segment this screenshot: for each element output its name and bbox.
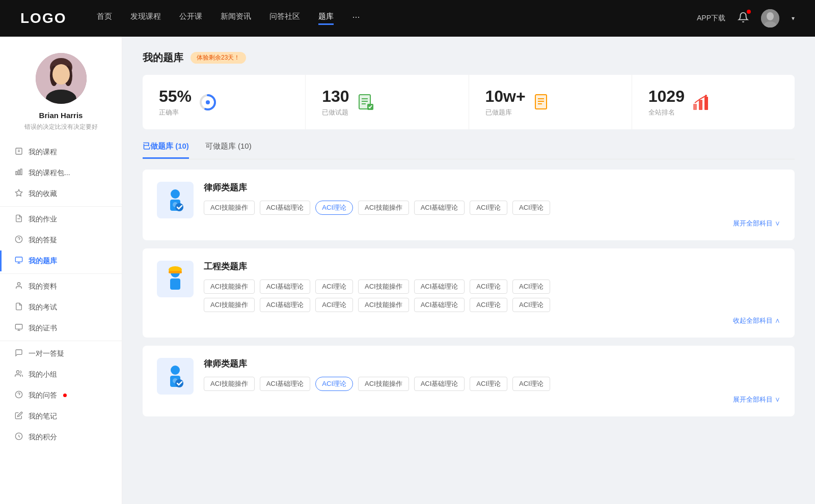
sidebar-item-one-on-one[interactable]: 一对一答疑 <box>0 343 122 364</box>
tag[interactable]: ACI基础理论 <box>260 377 311 391</box>
sidebar: Brian Harris 错误的决定比没有决定要好 我的课程 我的课程包... <box>0 37 122 504</box>
tag[interactable]: ACI基础理论 <box>260 279 311 294</box>
svg-point-60 <box>175 379 183 387</box>
group-icon <box>14 370 23 379</box>
nav-open-course[interactable]: 公开课 <box>179 12 202 25</box>
tag-row-lawyer-2: ACI技能操作 ACI基础理论 ACI理论 ACI技能操作 ACI基础理论 AC… <box>204 377 780 391</box>
profile-icon <box>14 282 23 291</box>
tag[interactable]: ACI基础理论 <box>414 298 465 312</box>
sidebar-label: 我的考试 <box>29 303 57 312</box>
ranking-label: 全站排名 <box>648 108 685 117</box>
trial-badge: 体验剩余23天！ <box>191 52 246 64</box>
tag[interactable]: ACI技能操作 <box>358 279 409 294</box>
tag[interactable]: ACI理论 <box>315 298 353 312</box>
sidebar-item-points[interactable]: 我的积分 <box>0 427 122 447</box>
nav-question-bank[interactable]: 题库 <box>318 12 334 25</box>
sidebar-label: 我的证书 <box>29 324 57 333</box>
tag[interactable]: ACI技能操作 <box>204 279 255 294</box>
homework-icon <box>14 214 23 224</box>
tag[interactable]: ACI基础理论 <box>260 298 311 312</box>
qa-notification-dot <box>63 394 67 397</box>
tag[interactable]: ACI理论 <box>512 377 550 391</box>
tag[interactable]: ACI理论 <box>315 279 353 294</box>
tag[interactable]: ACI理论 <box>512 201 550 215</box>
done-tests-label: 已做试题 <box>322 108 349 117</box>
tag[interactable]: ACI技能操作 <box>204 201 255 215</box>
svg-point-33 <box>206 100 210 104</box>
avatar[interactable] <box>761 9 779 27</box>
tag[interactable]: ACI理论 <box>470 201 507 215</box>
sidebar-item-my-qa[interactable]: 我的问答 <box>0 385 122 406</box>
bank-icon <box>14 256 23 266</box>
sidebar-item-question-bank[interactable]: 我的题库 <box>0 250 122 271</box>
svg-marker-16 <box>15 189 22 196</box>
tab-done[interactable]: 已做题库 (10) <box>143 142 189 159</box>
app-download-button[interactable]: APP下载 <box>697 14 725 23</box>
lawyer-icon-1 <box>157 182 194 218</box>
nav-more[interactable]: ··· <box>352 12 360 25</box>
sidebar-item-group[interactable]: 我的小组 <box>0 364 122 385</box>
my-qa-icon <box>14 390 23 400</box>
sidebar-item-notes[interactable]: 我的笔记 <box>0 406 122 427</box>
nav-discover[interactable]: 发现课程 <box>130 12 161 25</box>
tag[interactable]: ACI技能操作 <box>204 377 255 391</box>
tag[interactable]: ACI理论 <box>512 279 550 294</box>
tag-active[interactable]: ACI理论 <box>315 201 353 215</box>
sidebar-label: 我的课程包... <box>29 169 70 178</box>
sidebar-item-favorites[interactable]: 我的收藏 <box>0 183 122 204</box>
sidebar-item-exam[interactable]: 我的考试 <box>0 297 122 318</box>
sidebar-label: 我的资料 <box>29 282 57 291</box>
subject-name-lawyer-1: 律师类题库 <box>204 182 780 193</box>
stat-accuracy: 55% 正确率 <box>143 75 306 129</box>
tag[interactable]: ACI技能操作 <box>358 298 409 312</box>
sidebar-item-course-package[interactable]: 我的课程包... <box>0 162 122 183</box>
nav-home[interactable]: 首页 <box>97 12 112 25</box>
ranking-value: 1029 <box>648 87 685 106</box>
tag[interactable]: ACI基础理论 <box>414 201 465 215</box>
sidebar-label: 我的笔记 <box>29 412 57 421</box>
nav-qa[interactable]: 问答社区 <box>269 12 300 25</box>
notification-badge <box>747 10 751 14</box>
tag[interactable]: ACI技能操作 <box>358 377 409 391</box>
tag[interactable]: ACI理论 <box>470 377 507 391</box>
notes-icon <box>14 411 23 421</box>
tag[interactable]: ACI技能操作 <box>204 298 255 312</box>
sidebar-item-my-courses[interactable]: 我的课程 <box>0 142 122 162</box>
done-tests-value: 130 <box>322 87 349 106</box>
stats-row: 55% 正确率 130 已做试题 <box>143 75 795 129</box>
tag[interactable]: ACI理论 <box>470 279 507 294</box>
svg-rect-20 <box>15 257 22 262</box>
tag[interactable]: ACI技能操作 <box>358 201 409 215</box>
svg-point-8 <box>52 64 70 85</box>
tag-active[interactable]: ACI理论 <box>315 377 353 391</box>
question-icon <box>14 235 23 245</box>
collapse-link[interactable]: 收起全部科目 ∧ <box>204 316 780 325</box>
sidebar-label: 我的课程 <box>29 148 57 157</box>
sidebar-label: 我的收藏 <box>29 189 57 199</box>
tag[interactable]: ACI理论 <box>512 298 550 312</box>
tag[interactable]: ACI基础理论 <box>414 377 465 391</box>
subject-card-lawyer-2: 律师类题库 ACI技能操作 ACI基础理论 ACI理论 ACI技能操作 ACI基… <box>143 346 795 416</box>
tag[interactable]: ACI理论 <box>470 298 507 312</box>
tab-available[interactable]: 可做题库 (10) <box>205 142 252 159</box>
subject-name-engineering: 工程类题库 <box>204 261 780 272</box>
sidebar-item-qa[interactable]: 我的答疑 <box>0 230 122 250</box>
nav-menu: 首页 发现课程 公开课 新闻资讯 问答社区 题库 ··· <box>97 12 697 25</box>
sidebar-item-homework[interactable]: 我的作业 <box>0 209 122 230</box>
user-dropdown-arrow[interactable]: ▾ <box>792 15 795 22</box>
svg-point-52 <box>175 203 183 211</box>
logo: LOGO <box>20 10 66 26</box>
sidebar-avatar <box>36 53 87 104</box>
svg-rect-15 <box>20 169 22 175</box>
tag[interactable]: ACI基础理论 <box>414 279 465 294</box>
nav-news[interactable]: 新闻资讯 <box>221 12 251 25</box>
points-icon <box>14 432 23 442</box>
done-banks-label: 已做题库 <box>485 108 526 117</box>
expand-link-3[interactable]: 展开全部科目 ∨ <box>204 395 780 404</box>
notification-bell[interactable] <box>738 12 749 25</box>
tag-row-lawyer-1: ACI技能操作 ACI基础理论 ACI理论 ACI技能操作 ACI基础理论 AC… <box>204 201 780 215</box>
expand-link-1[interactable]: 展开全部科目 ∨ <box>204 219 780 228</box>
sidebar-item-certificate[interactable]: 我的证书 <box>0 318 122 339</box>
tag[interactable]: ACI基础理论 <box>260 201 311 215</box>
sidebar-item-profile[interactable]: 我的资料 <box>0 276 122 297</box>
